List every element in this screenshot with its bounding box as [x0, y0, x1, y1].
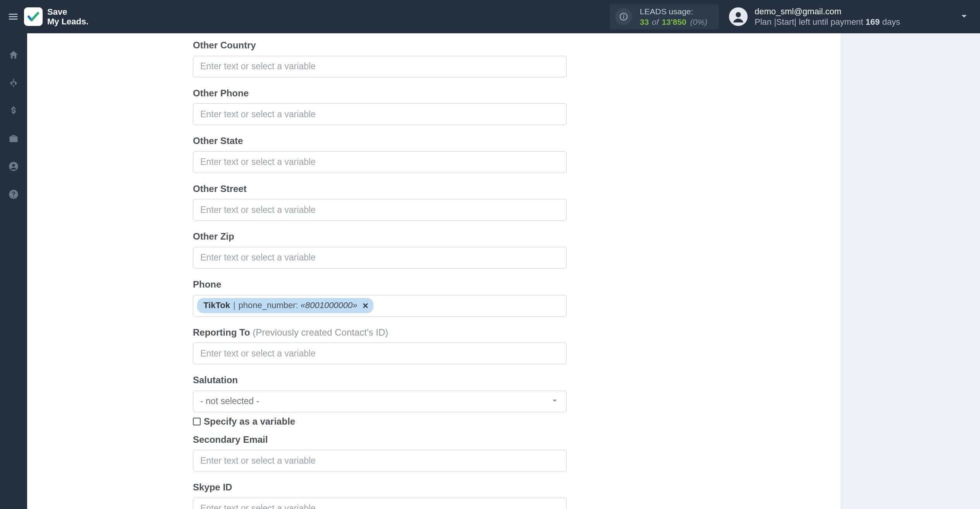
plan-days-suffix: days [880, 17, 900, 27]
usage-used: 33 [640, 17, 649, 26]
label-reporting-to-hint: (Previously created Contact's ID) [253, 327, 388, 338]
field-other-country: Other Country [193, 39, 567, 77]
check-icon [26, 10, 40, 24]
brand-line1: Save [47, 7, 88, 17]
avatar-icon [729, 7, 748, 26]
label-reporting-to: Reporting To (Previously created Contact… [193, 326, 567, 339]
usage-box[interactable]: LEADS usage: 33 of 13'850 (0%) [610, 4, 719, 30]
sidebar [0, 33, 27, 509]
field-other-state: Other State [193, 134, 567, 173]
usage-total: 13'850 [662, 17, 686, 26]
usage-text: LEADS usage: 33 of 13'850 (0%) [640, 6, 707, 27]
field-skype-id: Skype ID [193, 481, 567, 509]
input-other-phone[interactable] [193, 103, 567, 125]
usage-values: 33 of 13'850 (0%) [640, 17, 707, 27]
label-other-country: Other Country [193, 39, 567, 52]
label-phone: Phone [193, 278, 567, 291]
brand-line2: My Leads. [47, 17, 88, 26]
input-reporting-to[interactable] [193, 343, 567, 364]
select-salutation[interactable]: - not selected - [193, 391, 567, 412]
plan-prefix: Plan | [755, 17, 776, 27]
topbar: Save My Leads. LEADS usage: 33 of 13'850… [0, 0, 980, 33]
sidebar-item-account[interactable] [6, 159, 21, 174]
token-source: TikTok [203, 300, 230, 312]
input-secondary-email[interactable] [193, 450, 567, 471]
token-phone[interactable]: TikTok | phone_number: «8001000000» ✕ [197, 298, 373, 313]
field-other-street: Other Street [193, 182, 567, 221]
plan-days: 169 [866, 17, 880, 27]
plan-name: Start [776, 17, 794, 27]
plan-mid: | left until payment [794, 17, 865, 27]
form-card: Other Country Other Phone Other State Ot… [27, 33, 841, 509]
label-other-phone: Other Phone [193, 87, 567, 100]
account-plan: Plan |Start| left until payment 169 days [755, 17, 900, 27]
token-remove[interactable]: ✕ [362, 302, 369, 310]
input-other-zip[interactable] [193, 247, 567, 269]
label-other-street: Other Street [193, 182, 567, 195]
token-key: phone_number: [239, 300, 298, 312]
checkbox-label: Specify as a variable [204, 416, 295, 427]
field-other-zip: Other Zip [193, 230, 567, 269]
usage-title: LEADS usage: [640, 6, 707, 17]
label-secondary-email: Secondary Email [193, 433, 567, 446]
label-skype-id: Skype ID [193, 481, 567, 494]
sidebar-item-billing[interactable] [6, 103, 21, 118]
svg-rect-2 [623, 16, 624, 19]
field-reporting-to: Reporting To (Previously created Contact… [193, 326, 567, 365]
label-other-state: Other State [193, 134, 567, 147]
logo-text: Save My Leads. [47, 7, 88, 27]
input-skype-id[interactable] [193, 498, 567, 509]
chevron-down-icon [551, 397, 559, 406]
input-other-street[interactable] [193, 199, 567, 221]
input-other-state[interactable] [193, 151, 567, 173]
usage-pct: (0%) [690, 17, 707, 26]
form-area: Other Country Other Phone Other State Ot… [193, 33, 567, 509]
checkbox-box[interactable] [193, 418, 201, 425]
account-email: demo_sml@gmail.com [755, 6, 900, 17]
field-other-phone: Other Phone [193, 87, 567, 125]
sidebar-item-home[interactable] [6, 47, 21, 63]
dollar-icon [8, 105, 19, 116]
menu-toggle[interactable] [4, 7, 22, 26]
home-icon [8, 50, 19, 60]
field-phone: Phone TikTok | phone_number: «8001000000… [193, 278, 567, 317]
svg-point-1 [623, 15, 624, 16]
checkbox-specify-variable[interactable]: Specify as a variable [193, 416, 567, 427]
token-sep: | [233, 300, 236, 312]
sidebar-item-help[interactable] [6, 187, 21, 202]
info-icon [615, 8, 632, 25]
svg-point-4 [736, 12, 741, 17]
account-menu[interactable]: demo_sml@gmail.com Plan |Start| left unt… [729, 6, 969, 27]
logo-badge [24, 7, 43, 26]
token-value: «8001000000» [301, 300, 358, 312]
hamburger-icon [7, 11, 19, 22]
input-other-country[interactable] [193, 56, 567, 77]
sitemap-icon [8, 77, 19, 88]
account-text: demo_sml@gmail.com Plan |Start| left unt… [755, 6, 900, 27]
user-circle-icon [8, 161, 19, 172]
input-phone[interactable]: TikTok | phone_number: «8001000000» ✕ [193, 295, 567, 317]
label-other-zip: Other Zip [193, 230, 567, 243]
svg-point-6 [12, 164, 15, 167]
briefcase-icon [8, 133, 19, 144]
field-salutation: Salutation - not selected - Specify as a… [193, 374, 567, 427]
help-icon [8, 189, 19, 200]
sidebar-item-tools[interactable] [6, 131, 21, 146]
usage-of: of [652, 17, 659, 26]
sidebar-item-connections[interactable] [6, 75, 21, 91]
field-secondary-email: Secondary Email [193, 433, 567, 472]
select-salutation-value: - not selected - [200, 396, 259, 406]
chevron-down-icon [959, 11, 969, 22]
label-salutation: Salutation [193, 374, 567, 387]
page: Other Country Other Phone Other State Ot… [27, 33, 980, 509]
logo[interactable]: Save My Leads. [24, 7, 88, 27]
label-reporting-to-main: Reporting To [193, 327, 253, 338]
